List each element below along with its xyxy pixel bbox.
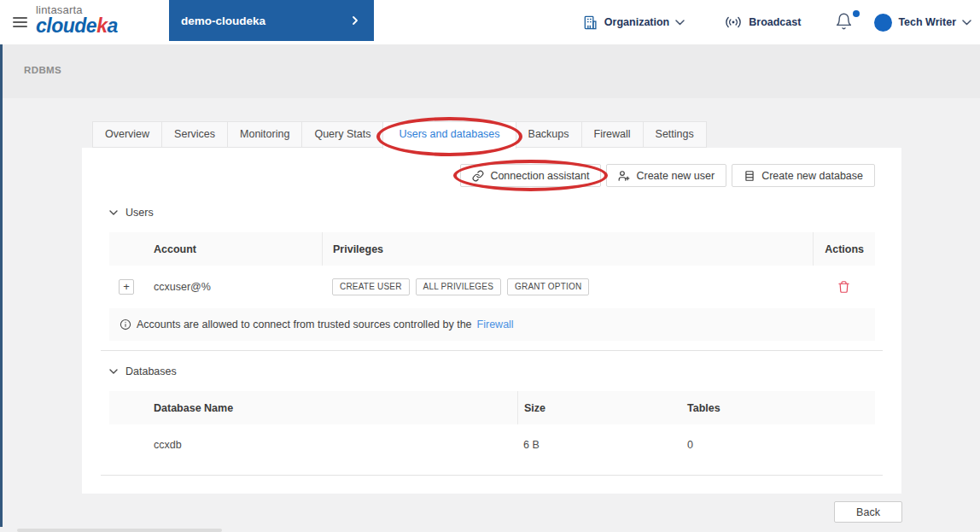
col-actions: Actions [813,232,875,266]
section-divider [101,350,883,351]
section-divider [101,475,883,476]
col-account: Account [109,232,322,266]
tab-query-stats[interactable]: Query Stats [301,121,383,148]
tab-users-and-databases-label: Users and databases [399,128,499,140]
organization-building-icon [582,15,598,31]
info-icon [120,319,131,330]
tab-users-and-databases[interactable]: Users and databases [382,121,516,149]
hamburger-menu-icon[interactable] [13,17,27,27]
col-privileges: Privileges [322,232,813,266]
database-tables-value: 0 [681,439,875,451]
header-actions: Organization Broadcast [582,0,971,44]
connection-assistant-button[interactable]: Connection assistant [460,164,601,187]
project-name: demo-cloudeka [181,15,265,27]
database-name-value: ccxdb [109,439,517,451]
create-new-database-button[interactable]: Create new database [732,164,875,187]
notifications-button[interactable] [835,12,855,32]
col-tables: Tables [681,391,875,424]
avatar [874,14,892,32]
users-section-title: Users [125,207,154,219]
tab-backups[interactable]: Backups [516,121,582,148]
databases-section-toggle[interactable]: Databases [109,365,177,377]
databases-table: Database Name Size Tables ccxdb 6 B 0 [109,391,875,465]
chevron-down-icon [109,369,118,375]
connection-assistant-label: Connection assistant [490,170,589,182]
chevron-down-icon [675,20,685,26]
privilege-badges: CREATE USER ALL PRIVILEGES GRANT OPTION [322,278,813,295]
table-row: ccxdb 6 B 0 [109,424,875,465]
collapsed-sidebar[interactable] [0,44,3,527]
organization-label: Organization [604,16,669,28]
horizontal-scrollbar[interactable] [17,529,222,532]
broadcast-label: Broadcast [749,16,801,28]
notification-dot [853,10,860,17]
table-row: + ccxuser@% CREATE USER ALL PRIVILEGES G… [109,266,875,308]
bell-icon [835,12,853,31]
privilege-badge: GRANT OPTION [507,278,589,295]
user-name: Tech Writer [898,16,956,28]
users-table: Account Privileges Actions + ccxuser@% C… [109,232,875,341]
tab-services[interactable]: Services [161,121,228,148]
toolbar: Connection assistant Create new user Cre… [460,164,875,187]
users-section-toggle[interactable]: Users [109,207,154,219]
user-menu[interactable]: Tech Writer [874,14,971,32]
col-database-name: Database Name [109,391,517,424]
link-icon [472,170,484,182]
chevron-right-icon [350,15,360,26]
tab-bar: Overview Services Monitoring Query Stats… [92,121,707,149]
breadcrumb-bar: RDBMS [0,44,980,98]
account-value: ccxuser@% [154,281,211,293]
create-new-database-label: Create new database [761,170,863,182]
broadcast-menu[interactable]: Broadcast [724,15,801,30]
tab-firewall[interactable]: Firewall [581,121,644,148]
user-plus-icon [618,170,630,182]
firewall-note: Accounts are allowed to connect from tru… [109,308,875,341]
tab-monitoring[interactable]: Monitoring [227,121,302,148]
organization-menu[interactable]: Organization [582,15,685,31]
col-size: Size [517,391,681,424]
databases-section-title: Databases [125,365,177,377]
tab-settings[interactable]: Settings [643,121,707,148]
privilege-badge: ALL PRIVILEGES [416,278,501,295]
database-icon [744,170,755,182]
firewall-link[interactable]: Firewall [477,319,514,330]
databases-table-header: Database Name Size Tables [109,391,875,424]
tab-overview[interactable]: Overview [92,121,162,148]
delete-user-button[interactable] [837,280,850,294]
project-selector[interactable]: demo-cloudeka [169,0,374,41]
create-new-user-button[interactable]: Create new user [606,164,726,187]
breadcrumb: RDBMS [24,65,61,75]
top-header: lintasarta cloudeka demo-cloudeka Organi… [0,0,980,44]
firewall-note-text: Accounts are allowed to connect from tru… [137,319,472,330]
brand-logo: lintasarta cloudeka [36,4,118,36]
content-panel: Connection assistant Create new user Cre… [82,148,901,494]
chevron-down-icon [109,210,118,216]
privilege-badge: CREATE USER [332,278,410,295]
create-new-user-label: Create new user [636,170,715,182]
expand-row-button[interactable]: + [119,279,134,295]
chevron-down-icon [962,20,971,26]
logo-cloudeka: cloudeka [36,15,118,37]
users-table-header: Account Privileges Actions [109,232,875,266]
back-button[interactable]: Back [834,501,902,523]
database-size-value: 6 B [517,439,681,451]
page: lintasarta cloudeka demo-cloudeka Organi… [0,0,980,532]
broadcast-icon [724,15,743,30]
trash-icon [837,280,850,294]
